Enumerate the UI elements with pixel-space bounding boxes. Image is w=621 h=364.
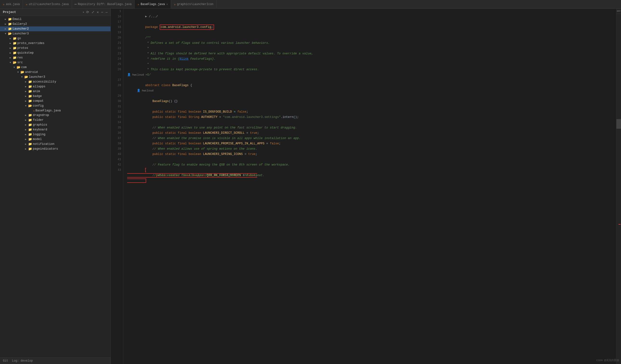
more-icon[interactable]: ⋯	[101, 10, 103, 14]
tree-label-keyboard: keyboard	[33, 128, 47, 131]
ln-42: 42	[111, 162, 123, 167]
tree-item-go[interactable]: ▶ 📁 go	[0, 36, 110, 41]
code-line-31: public static final boolean IS_DOGFOOD_B…	[127, 104, 616, 109]
tree-item-src[interactable]: ▼ 📂 src	[0, 60, 110, 65]
minimize-icon[interactable]: —	[106, 10, 108, 14]
tree-item-config[interactable]: ▼ 📂 config	[0, 103, 110, 108]
tree-arrow-com: ▼	[13, 66, 16, 69]
tree-label-pageindicators: pageindicators	[33, 147, 58, 151]
tree-item-pageindicators[interactable]: ▶ 📁 pageindicators	[0, 147, 110, 151]
folder-icon-android: 📂	[20, 70, 24, 74]
code-area[interactable]: ▶ /.../ package com.android.launcher3.co…	[123, 9, 616, 364]
tree-item-android[interactable]: ▼ 📂 android	[0, 70, 110, 75]
tab-task[interactable]: ☕ ask.java	[0, 0, 23, 8]
tree-item-quickstep[interactable]: ▶ 📁 quickstep	[0, 50, 110, 55]
code-line-42: public static final boolean QSB_ON_FIRST…	[127, 162, 616, 167]
tree-item-accessibility[interactable]: ▶ 📁 accessibility	[0, 79, 110, 84]
scroll-area[interactable]	[616, 14, 621, 364]
ln-30: 30	[111, 99, 123, 104]
tree-item-logging[interactable]: ▶ 📁 logging	[0, 132, 110, 137]
tree-label-model: model	[33, 138, 42, 141]
tree-item-launcher2[interactable]: ▶ 📁 Launcher2	[0, 26, 110, 31]
tree-item-folder[interactable]: ▶ 📁 folder	[0, 118, 110, 122]
ln-35: 35	[111, 125, 123, 130]
tree-item-proto-overrides[interactable]: ▶ 📁 proto_overrides	[0, 41, 110, 46]
ln-31: 31	[111, 104, 123, 109]
tab-baseflags[interactable]: ☕ BaseFlags.java ✕	[135, 0, 171, 8]
sync-icon[interactable]: ⟳	[86, 10, 89, 14]
tree-item-baseflags-file[interactable]: ▶ ☕ BaseFlags.java	[0, 108, 110, 113]
tree-arrow-android: ▼	[16, 71, 20, 74]
tree-item-notification[interactable]: ▶ 📁 notification	[0, 142, 110, 147]
ln-36: 36	[111, 130, 123, 136]
tree-item-compat[interactable]: ▶ 📁 compat	[0, 99, 110, 103]
ln-16: 16	[111, 14, 123, 19]
tree-label-go: go	[17, 37, 21, 40]
tree-item-launcher3[interactable]: ▼ 📂 Launcher3	[0, 31, 110, 36]
tree-arrow-launcher3: ▼	[4, 33, 7, 35]
java-file-icon4: ☕	[174, 3, 175, 6]
tab-launchericons[interactable]: ☕ util\LauncherIcons.java	[23, 0, 72, 8]
folder-icon-com: 📂	[17, 66, 20, 69]
right-gutter[interactable]: OFF	[616, 9, 621, 364]
git-label[interactable]: Git	[3, 359, 8, 363]
tree-arrow-folder: ▶	[24, 119, 27, 121]
annotation-line-1: 👤 hwcloud +1	[127, 72, 616, 78]
tree-arrow-dragndrop: ▶	[24, 114, 27, 117]
code-line-34: // When enabled allows to use any point …	[127, 120, 616, 125]
close-icon[interactable]: ✕	[97, 10, 99, 14]
tree-label-anim: anim	[33, 90, 40, 93]
tree-label-dragndrop: dragndrop	[33, 114, 49, 117]
tree-item-dragndrop[interactable]: ▶ 📁 dragndrop	[0, 113, 110, 118]
file-icon-baseflags: ☕	[33, 109, 35, 112]
ln-28: 28	[111, 83, 123, 88]
tree-label-src: src	[17, 61, 23, 64]
tab-close-button[interactable]: ✕	[166, 3, 168, 6]
tree-item-anim[interactable]: ▶ 📁 anim	[0, 89, 110, 94]
ln-26: 26	[111, 67, 123, 72]
tree-arrow-gallery2: ▶	[4, 23, 7, 26]
ln-39: 39	[111, 146, 123, 151]
tab-graphics[interactable]: ☕ graphics\LauncherIcon	[171, 0, 216, 8]
folder-icon-keyboard: 📁	[28, 128, 32, 132]
sidebar-header-icons: ⟳ ⤢ ✕ ⋯ —	[86, 10, 108, 14]
folder-icon-go: 📁	[13, 36, 17, 40]
tree-item-graphics[interactable]: ▶ 📁 graphics	[0, 122, 110, 127]
tree-item-badge[interactable]: ▶ 📁 badge	[0, 94, 110, 99]
tree-label-email: Email	[13, 17, 22, 21]
tree-item-launcher3-pkg[interactable]: ▼ 📂 launcher3	[0, 75, 110, 79]
code-content: 1 16 17 18 19 20 21 22 23 24 25 26 27 28…	[111, 9, 621, 364]
tree-item-res[interactable]: ▶ 📁 res	[0, 55, 110, 60]
folder-icon-compat: 📁	[28, 99, 32, 103]
tree-item-allapps[interactable]: ▶ 📁 allapps	[0, 84, 110, 89]
expand-icon[interactable]: ⤢	[91, 10, 94, 14]
tree-item-protos[interactable]: ▶ 📁 protos	[0, 46, 110, 50]
line-numbers: 1 16 17 18 19 20 21 22 23 24 25 26 27 28…	[111, 9, 123, 364]
toggle-off[interactable]: OFF	[616, 9, 621, 14]
tree-label-launcher3: Launcher3	[13, 32, 29, 35]
tree-item-email[interactable]: ▶ 📁 Email	[0, 17, 110, 22]
ln-23: 23	[111, 51, 123, 56]
ln-33: 33	[111, 115, 123, 120]
sidebar: Project ▾ ⟳ ⤢ ✕ ⋯ — ▶ 📁 Email ▶ 📁 Galler…	[0, 9, 111, 364]
ln-21: 21	[111, 40, 123, 46]
ln-24: 24	[111, 56, 123, 62]
ln-43: 43	[111, 167, 123, 173]
ln-ann2	[111, 88, 123, 93]
tree-item-gallery2[interactable]: ▶ 📁 Gallery2	[0, 22, 110, 26]
code-line-38: // When enabled allows use of spring mot…	[127, 141, 616, 146]
folder-icon-pageindicators: 📁	[28, 147, 32, 151]
tree-label-compat: compat	[33, 99, 44, 103]
code-line-25: * This class is kept package-private to …	[127, 62, 616, 67]
tree-label-logging: logging	[33, 133, 46, 136]
folder-icon-gallery2: 📁	[8, 22, 12, 26]
tree-item-com[interactable]: ▼ 📂 com	[0, 65, 110, 70]
folder-icon-proto-overrides: 📁	[13, 41, 17, 45]
tree-item-model[interactable]: ▶ 📁 model	[0, 137, 110, 142]
tree-label-android: android	[25, 70, 38, 74]
tree-item-keyboard[interactable]: ▶ 📁 keyboard	[0, 127, 110, 132]
log-label: Log: develop	[12, 359, 33, 363]
folder-icon-launcher3: 📂	[8, 32, 12, 36]
code-line-22: * All the flags should be defined here w…	[127, 46, 616, 51]
tab-repodiff[interactable]: ⟷ Repository Diff: BaseFlags.java	[72, 0, 135, 8]
